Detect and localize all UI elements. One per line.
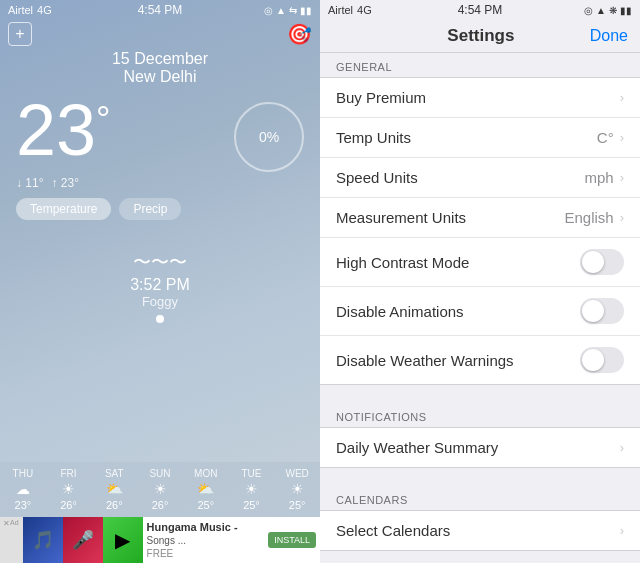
measurement-units-row[interactable]: Measurement Units English ›: [320, 198, 640, 238]
add-location-button[interactable]: +: [8, 22, 32, 46]
high-contrast-toggle-knob: [582, 251, 604, 273]
battery-icon: ▮▮: [300, 5, 312, 16]
low-temp: ↓ 11°: [16, 176, 43, 190]
ad-app-icon: ▶: [103, 517, 143, 563]
weather-time: 3:52 PM: [0, 276, 320, 294]
ad-title: Hungama Music -: [147, 520, 265, 534]
chevron-icon-buy: ›: [620, 90, 624, 105]
disable-animations-toggle-knob: [582, 300, 604, 322]
disable-warnings-label: Disable Weather Warnings: [336, 352, 514, 369]
temperature-tab[interactable]: Temperature: [16, 198, 111, 220]
speed-units-row[interactable]: Speed Units mph ›: [320, 158, 640, 198]
done-button[interactable]: Done: [590, 27, 628, 45]
location-icon: ◎: [264, 5, 273, 16]
settings-title: Settings: [372, 26, 590, 46]
ad-banner[interactable]: ✕Ad 🎵 🎤 ▶ Hungama Music - Songs ... FREE…: [0, 517, 320, 563]
forecast-tue: TUE ☀ 25°: [229, 468, 275, 511]
weather-main: 23° 0%: [0, 86, 320, 172]
high-contrast-row: High Contrast Mode: [320, 238, 640, 287]
disable-warnings-toggle[interactable]: [580, 347, 624, 373]
high-contrast-label: High Contrast Mode: [336, 254, 469, 271]
chevron-icon-measurement: ›: [620, 210, 624, 225]
buy-premium-label: Buy Premium: [336, 89, 426, 106]
select-calendars-label: Select Calendars: [336, 522, 450, 539]
plus-icon: +: [15, 26, 24, 42]
precip-value: 0%: [259, 129, 279, 145]
ad-subtitle: Songs ...: [147, 534, 265, 547]
high-temp: ↑ 23°: [51, 176, 78, 190]
ad-install-button[interactable]: INSTALL: [268, 532, 316, 548]
chevron-icon-speed: ›: [620, 170, 624, 185]
forecast-sun: SUN ☀ 26°: [137, 468, 183, 511]
ad-text-content: Hungama Music - Songs ... FREE: [143, 518, 269, 562]
speed-units-right: mph ›: [584, 169, 624, 186]
chevron-icon-calendars: ›: [620, 523, 624, 538]
ad-free-label: FREE: [147, 547, 265, 560]
forecast-fri: FRI ☀ 26°: [46, 468, 92, 511]
buy-premium-row[interactable]: Buy Premium ›: [320, 78, 640, 118]
city-label: New Delhi: [0, 68, 320, 86]
daily-summary-row[interactable]: Daily Weather Summary ›: [320, 428, 640, 467]
date-label: 15 December: [0, 50, 320, 68]
section-gap-1: [320, 385, 640, 403]
select-calendars-row[interactable]: Select Calendars ›: [320, 511, 640, 550]
speed-units-value: mph: [584, 169, 613, 186]
ad-close-button[interactable]: ✕Ad: [0, 517, 23, 563]
disable-animations-row: Disable Animations: [320, 287, 640, 336]
precip-circle: 0%: [234, 102, 304, 172]
buy-premium-right: ›: [620, 90, 624, 105]
time-left: 4:54 PM: [138, 3, 183, 17]
left-panel: Airtel 4G 4:54 PM ◎ ▲ ⇆ ▮▮ + 🎯 15 Decemb…: [0, 0, 320, 563]
temp-units-right: C° ›: [597, 129, 624, 146]
temp-units-value: C°: [597, 129, 614, 146]
network-left: 4G: [37, 4, 52, 16]
status-bar-left: Airtel 4G 4:54 PM ◎ ▲ ⇆ ▮▮: [0, 0, 320, 20]
daily-summary-right: ›: [620, 440, 624, 455]
forecast-bar: THU ☁ 23° FRI ☀ 26° SAT ⛅ 26° SUN ☀ 26° …: [0, 462, 320, 517]
high-contrast-toggle[interactable]: [580, 249, 624, 275]
status-bar-right: Airtel 4G 4:54 PM ◎ ▲ ❋ ▮▮: [320, 0, 640, 20]
forecast-mon: MON ⛅ 25°: [183, 468, 229, 511]
temperature-display: 23°: [16, 90, 111, 170]
right-panel: Airtel 4G 4:54 PM ◎ ▲ ❋ ▮▮ Settings Done…: [320, 0, 640, 563]
forecast-sat: SAT ⛅ 26°: [91, 468, 137, 511]
chevron-icon-temp: ›: [620, 130, 624, 145]
disable-animations-label: Disable Animations: [336, 303, 464, 320]
wifi-icon: ⇆: [289, 5, 297, 16]
tab-buttons: Temperature Precip: [0, 198, 320, 220]
location-icon-r: ◎: [584, 5, 593, 16]
section-header-notifications: NOTIFICATIONS: [320, 403, 640, 427]
disable-warnings-toggle-knob: [582, 349, 604, 371]
network-right: 4G: [357, 4, 372, 16]
notifications-settings-group: Daily Weather Summary ›: [320, 427, 640, 468]
section-header-general: GENERAL: [320, 53, 640, 77]
chevron-icon-notifications: ›: [620, 440, 624, 455]
carrier-left: Airtel: [8, 4, 33, 16]
disable-animations-toggle[interactable]: [580, 298, 624, 324]
measurement-units-right: English ›: [564, 209, 624, 226]
precip-tab[interactable]: Precip: [119, 198, 181, 220]
carrier-right: Airtel: [328, 4, 353, 16]
temp-units-label: Temp Units: [336, 129, 411, 146]
daily-summary-label: Daily Weather Summary: [336, 439, 498, 456]
select-calendars-right: ›: [620, 523, 624, 538]
forecast-wed: WED ☀ 25°: [274, 468, 320, 511]
current-weather-icon: 〜〜〜: [0, 250, 320, 274]
section-header-calendars: CALENDARS: [320, 486, 640, 510]
ad-thumbnail-1: 🎵: [23, 517, 63, 563]
battery-icon-r: ▮▮: [620, 5, 632, 16]
weather-description: Foggy: [0, 294, 320, 309]
weather-dot: [156, 315, 164, 323]
speed-units-label: Speed Units: [336, 169, 418, 186]
measurement-units-value: English: [564, 209, 613, 226]
temp-range: ↓ 11° ↑ 23°: [0, 172, 320, 194]
target-icon[interactable]: 🎯: [287, 22, 312, 46]
signal-icon: ▲: [276, 5, 286, 16]
section-gap-2: [320, 468, 640, 486]
bluetooth-icon-r: ❋: [609, 5, 617, 16]
settings-body: GENERAL Buy Premium › Temp Units C° › Sp…: [320, 53, 640, 563]
measurement-units-label: Measurement Units: [336, 209, 466, 226]
weather-detail: 〜〜〜 3:52 PM Foggy: [0, 250, 320, 329]
signal-icon-r: ▲: [596, 5, 606, 16]
temp-units-row[interactable]: Temp Units C° ›: [320, 118, 640, 158]
